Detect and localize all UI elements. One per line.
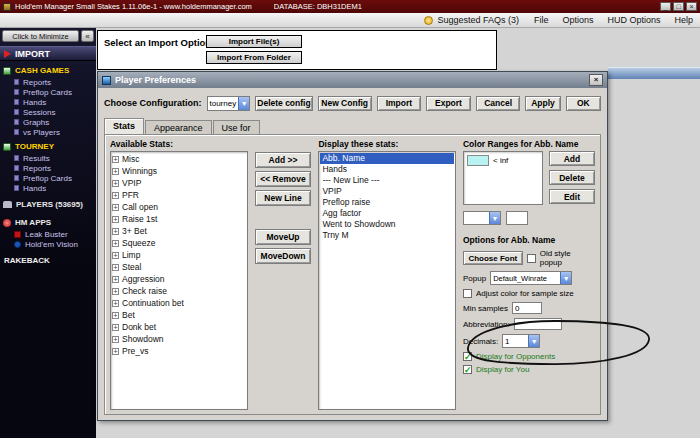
sidebar-item[interactable]: Reports (0, 77, 96, 87)
sidebar-item-holdem-vision[interactable]: Hold'em Vision (0, 239, 96, 249)
expand-icon[interactable]: + (112, 204, 119, 211)
expand-icon[interactable]: + (112, 312, 119, 319)
move-up-button[interactable]: MoveUp (255, 229, 312, 245)
sidebar-item[interactable]: Graphs (0, 117, 96, 127)
dialog-titlebar[interactable]: Player Preferences × (98, 72, 607, 88)
available-stat-item[interactable]: + Donk bet (112, 321, 246, 333)
available-stat-item[interactable]: + Check raise (112, 285, 246, 297)
cancel-button[interactable]: Cancel (476, 96, 521, 111)
available-stat-item[interactable]: + Raise 1st (112, 213, 246, 225)
sidebar-collapse-button[interactable]: « (81, 30, 94, 42)
sidebar-item[interactable]: Hands (0, 183, 96, 193)
popup-select[interactable]: Default_Winrate ▼ (490, 271, 572, 285)
abbreviation-input[interactable] (514, 318, 562, 330)
new-config-button[interactable]: New Config (318, 96, 372, 111)
display-stat-item[interactable]: VPIP (320, 186, 454, 197)
import-files-button[interactable]: Import File(s) (206, 35, 302, 48)
adjust-color-checkbox[interactable] (463, 289, 472, 298)
click-to-minimize-button[interactable]: Click to Minimize (2, 30, 79, 42)
expand-icon[interactable]: + (112, 264, 119, 271)
display-for-you-checkbox[interactable]: ✓ (463, 365, 472, 374)
add-stat-button[interactable]: Add >> (255, 152, 312, 168)
sidebar-item-rakeback[interactable]: RAKEBACK (0, 254, 96, 267)
available-stat-item[interactable]: + PFR (112, 189, 246, 201)
menu-item[interactable]: Help (667, 13, 700, 27)
tab-stats[interactable]: Stats (104, 118, 144, 134)
available-stat-item[interactable]: + Pre_vs (112, 345, 246, 357)
expand-icon[interactable]: + (112, 276, 119, 283)
expand-icon[interactable]: + (112, 156, 119, 163)
apply-button[interactable]: Apply (525, 96, 560, 111)
sidebar-item[interactable]: Results (0, 153, 96, 163)
color-edit-button[interactable]: Edit (549, 189, 595, 204)
sidebar-item[interactable]: vs Players (0, 127, 96, 137)
display-stat-item[interactable]: Hands (320, 164, 454, 175)
suggested-faqs[interactable]: Suggested FAQs (3) (424, 15, 527, 25)
export-button[interactable]: Export (426, 96, 471, 111)
expand-icon[interactable]: + (112, 348, 119, 355)
remove-stat-button[interactable]: << Remove (255, 171, 312, 187)
sidebar-item-players[interactable]: PLAYERS (53695) (0, 198, 96, 211)
color-delete-button[interactable]: Delete (549, 170, 595, 185)
tab-appearance[interactable]: Appearance (145, 120, 212, 134)
sidebar-group-cash-games[interactable]: CASH GAMES (0, 64, 96, 77)
available-stat-item[interactable]: + Call open (112, 201, 246, 213)
tab-use-for[interactable]: Use for (213, 120, 260, 134)
choose-font-button[interactable]: Choose Font (463, 251, 523, 265)
close-window-button[interactable]: × (686, 2, 697, 11)
available-stats-list[interactable]: + Misc + Winnings + VPIP (110, 151, 248, 410)
display-stat-item[interactable]: Trny M (320, 230, 454, 241)
expand-icon[interactable]: + (112, 288, 119, 295)
available-stat-item[interactable]: + Winnings (112, 165, 246, 177)
available-stat-item[interactable]: + Showdown (112, 333, 246, 345)
color-ranges-list[interactable]: < inf (463, 151, 543, 205)
old-style-popup-checkbox[interactable] (527, 254, 536, 263)
move-down-button[interactable]: MoveDown (255, 248, 312, 264)
available-stat-item[interactable]: + 3+ Bet (112, 225, 246, 237)
sidebar-group-hm-apps[interactable]: HM APPS (0, 216, 96, 229)
expand-icon[interactable]: + (112, 192, 119, 199)
display-stat-item[interactable]: Abb. Name (320, 153, 454, 164)
configuration-select[interactable]: tourney ▼ (207, 96, 251, 111)
sidebar-item[interactable]: Preflop Cards (0, 173, 96, 183)
sidebar-item[interactable]: Reports (0, 163, 96, 173)
available-stat-item[interactable]: + Limp (112, 249, 246, 261)
expand-icon[interactable]: + (112, 336, 119, 343)
available-stat-item[interactable]: + Continuation bet (112, 297, 246, 309)
expand-icon[interactable]: + (112, 228, 119, 235)
maximize-window-button[interactable]: □ (673, 2, 684, 11)
available-stat-item[interactable]: + Aggression (112, 273, 246, 285)
ok-button[interactable]: OK (566, 96, 601, 111)
available-stat-item[interactable]: + Bet (112, 309, 246, 321)
display-stat-item[interactable]: Agg factor (320, 208, 454, 219)
menu-item[interactable]: File (527, 13, 556, 27)
sidebar-group-tourney[interactable]: TOURNEY (0, 140, 96, 153)
available-stat-item[interactable]: + Steal (112, 261, 246, 273)
available-stat-item[interactable]: + Misc (112, 153, 246, 165)
display-stats-list[interactable]: Abb. Name Hands --- New Line --- VPIP (318, 151, 456, 410)
expand-icon[interactable]: + (112, 168, 119, 175)
sidebar-item-import[interactable]: IMPORT (0, 46, 96, 61)
sidebar-item[interactable]: Hands (0, 97, 96, 107)
display-stat-item[interactable]: Preflop raise (320, 197, 454, 208)
color-add-button[interactable]: Add (549, 151, 595, 166)
expand-icon[interactable]: + (112, 216, 119, 223)
sidebar-item[interactable]: Preflop Cards (0, 87, 96, 97)
expand-icon[interactable]: + (112, 252, 119, 259)
import-button[interactable]: Import (377, 96, 422, 111)
color-picker-select[interactable]: ▼ (463, 211, 501, 225)
expand-icon[interactable]: + (112, 300, 119, 307)
new-line-button[interactable]: New Line (255, 190, 312, 206)
dialog-close-icon[interactable]: × (589, 74, 603, 86)
color-range-item[interactable]: < inf (467, 155, 539, 166)
menu-item[interactable]: Options (555, 13, 600, 27)
decimals-select[interactable]: 1 ▼ (502, 334, 540, 348)
min-samples-input[interactable] (512, 302, 542, 314)
available-stat-item[interactable]: + VPIP (112, 177, 246, 189)
expand-icon[interactable]: + (112, 324, 119, 331)
minimize-window-button[interactable]: _ (660, 2, 671, 11)
display-for-opponents-checkbox[interactable]: ✓ (463, 352, 472, 361)
expand-icon[interactable]: + (112, 240, 119, 247)
available-stat-item[interactable]: + Squeeze (112, 237, 246, 249)
display-stat-item[interactable]: Went to Showdown (320, 219, 454, 230)
